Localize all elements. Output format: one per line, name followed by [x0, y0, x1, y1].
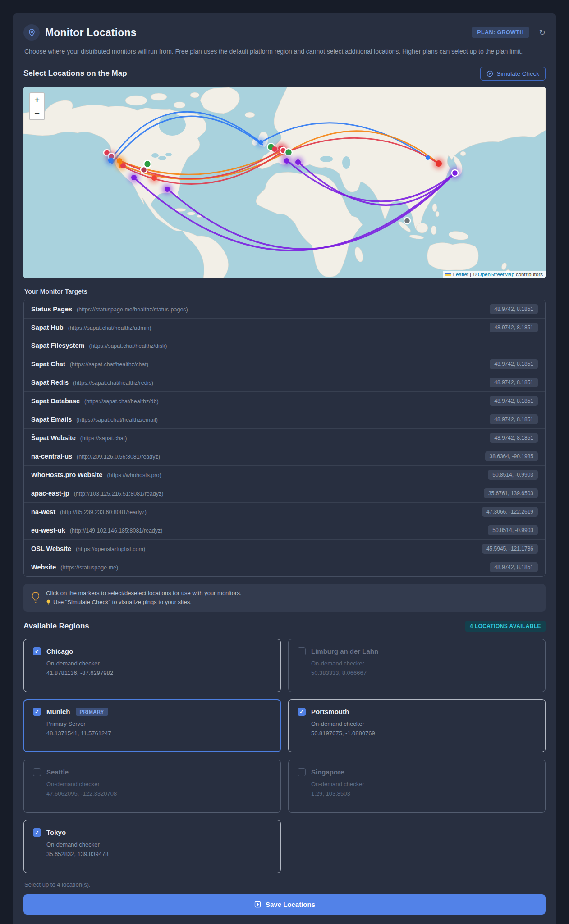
target-url: (https://sapat.chat/healthz/chat): [70, 361, 148, 368]
target-info: na-west(http://85.239.233.60:8081/readyz…: [31, 508, 147, 515]
target-name: Sapat Hub: [31, 324, 64, 331]
map-marker[interactable]: [284, 158, 289, 164]
region-coords: 41.8781136, -87.6297982: [46, 669, 271, 676]
region-card-seattle[interactable]: SeattleOn-demand checker47.6062095, -122…: [23, 760, 281, 813]
region-checkbox[interactable]: ✓: [298, 708, 306, 716]
target-url: (https://sapat.chat/healthz/disk): [89, 343, 167, 349]
region-checkbox[interactable]: ✓: [33, 647, 41, 655]
region-card-tokyo[interactable]: ✓TokyoOn-demand checker35.652832, 139.83…: [23, 820, 281, 873]
target-coords-badge: 35.6761, 139.6503: [484, 488, 538, 498]
map-attribution: Leaflet | © OpenStreetMap contributors: [443, 271, 546, 278]
target-name: apac-east-jp: [31, 490, 69, 497]
region-card-chicago[interactable]: ✓ChicagoOn-demand checker41.8781136, -87…: [23, 639, 281, 692]
region-name: Seattle: [46, 768, 69, 776]
zoom-in-button[interactable]: +: [30, 93, 44, 106]
region-card-munich[interactable]: ✓MunichPRIMARYPrimary Server48.1371541, …: [23, 699, 281, 752]
map-marker[interactable]: [426, 155, 430, 160]
map-zoom-control: + −: [29, 92, 45, 120]
target-info: Sapat Hub(https://sapat.chat/healthz/adm…: [31, 324, 151, 331]
target-name: Sapat Filesystem: [31, 342, 84, 349]
target-name: Šapat Website: [31, 434, 76, 442]
target-name: Sapat Emails: [31, 416, 72, 423]
target-info: apac-east-jp(http://103.125.216.51:8081/…: [31, 490, 163, 497]
region-card-header: ✓Tokyo: [33, 828, 271, 837]
region-checkbox[interactable]: [298, 647, 306, 655]
monitor-target-row: Sapat Hub(https://sapat.chat/healthz/adm…: [24, 319, 545, 337]
target-info: Sapat Filesystem(https://sapat.chat/heal…: [31, 342, 167, 349]
region-checkbox[interactable]: ✓: [33, 828, 41, 837]
target-name: WhoHosts.pro Website: [31, 471, 102, 478]
monitor-locations-panel: Monitor Locations PLAN: GROWTH ↻ Choose …: [13, 13, 556, 924]
region-coords: 1.29, 103.8503: [311, 790, 536, 797]
target-coords-badge: 48.9742, 8.1851: [490, 359, 538, 369]
region-card-header: Singapore: [298, 768, 536, 776]
target-info: Sapat Redis(https://sapat.chat/healthz/r…: [31, 379, 153, 386]
monitor-target-row: Sapat Database(https://sapat.chat/health…: [24, 392, 545, 410]
monitor-target-row: na-west(http://85.239.233.60:8081/readyz…: [24, 503, 545, 521]
bulb-emoji-icon: [46, 599, 51, 605]
target-info: na-central-us(http://209.126.0.56:8081/r…: [31, 453, 160, 460]
targets-heading: Your Monitor Targets: [24, 288, 545, 295]
lightbulb-icon: [31, 592, 41, 604]
region-subtitle: On-demand checker: [311, 781, 536, 787]
refresh-icon[interactable]: ↻: [539, 28, 546, 37]
openstreetmap-link[interactable]: OpenStreetMap: [478, 272, 514, 277]
map-marker[interactable]: [452, 170, 458, 176]
target-url: (https://sapat.chat/healthz/email): [76, 417, 158, 423]
map-marker[interactable]: [120, 163, 126, 168]
monitor-target-row: Sapat Filesystem(https://sapat.chat/heal…: [24, 337, 545, 355]
target-url: (https://sapat.chat/healthz/db): [84, 398, 159, 405]
map-marker[interactable]: [258, 140, 263, 145]
region-card-limburg-an-der-lahn[interactable]: Limburg an der LahnOn-demand checker50.3…: [288, 639, 546, 692]
monitor-target-row: OSL Website(https://openstartuplist.com)…: [24, 540, 545, 558]
target-coords-badge: 48.9742, 8.1851: [490, 433, 538, 443]
region-checkbox[interactable]: ✓: [33, 708, 41, 716]
leaflet-link[interactable]: Leaflet: [453, 272, 469, 277]
region-card-singapore[interactable]: SingaporeOn-demand checker1.29, 103.8503: [288, 760, 546, 813]
region-checkbox[interactable]: [33, 768, 41, 776]
region-name: Munich: [46, 708, 70, 715]
save-icon: [254, 901, 262, 908]
map-marker[interactable]: [165, 187, 170, 192]
target-url: (http://209.126.0.56:8081/readyz): [77, 454, 160, 460]
world-map[interactable]: + − Leaflet | © OpenStreetMap contributo…: [23, 87, 546, 278]
map-marker[interactable]: [131, 175, 137, 180]
zoom-out-button[interactable]: −: [30, 106, 44, 119]
target-info: WhoHosts.pro Website(https://whohosts.pr…: [31, 471, 161, 478]
map-marker[interactable]: [285, 149, 292, 156]
location-pin-icon: [23, 24, 40, 41]
map-marker[interactable]: [404, 218, 410, 224]
monitor-target-row: na-central-us(http://209.126.0.56:8081/r…: [24, 447, 545, 466]
simulate-check-button[interactable]: Simulate Check: [480, 67, 546, 81]
target-info: eu-west-uk(http://149.102.146.185:8081/r…: [31, 527, 162, 534]
map-marker[interactable]: [141, 167, 147, 173]
save-locations-button[interactable]: Save Locations: [23, 894, 546, 915]
plan-badge: PLAN: GROWTH: [472, 27, 529, 38]
region-coords: 48.1371541, 11.5761247: [46, 730, 271, 737]
monitor-target-row: Sapat Emails(https://sapat.chat/healthz/…: [24, 410, 545, 429]
map-marker[interactable]: [436, 160, 442, 167]
target-coords-badge: 48.9742, 8.1851: [490, 378, 538, 387]
page-description: Choose where your distributed monitors w…: [24, 47, 545, 57]
region-coords: 50.8197675, -1.0880769: [311, 730, 536, 737]
map-marker[interactable]: [295, 159, 301, 165]
tip-text: Click on the markers to select/deselect …: [46, 589, 242, 607]
target-info: OSL Website(https://openstartuplist.com): [31, 545, 145, 552]
region-card-portsmouth[interactable]: ✓PortsmouthOn-demand checker50.8197675, …: [288, 699, 546, 752]
map-marker[interactable]: [151, 175, 157, 181]
target-url: (http://149.102.146.185:8081/readyz): [70, 528, 163, 534]
monitor-target-row: eu-west-uk(http://149.102.146.185:8081/r…: [24, 521, 545, 540]
region-checkbox[interactable]: [298, 768, 306, 776]
map-marker[interactable]: [108, 158, 114, 163]
regions-header: Available Regions 4 LOCATIONS AVAILABLE: [23, 621, 546, 632]
target-coords-badge: 50.8514, -0.9903: [488, 470, 538, 480]
regions-title: Available Regions: [23, 622, 89, 631]
region-card-header: Limburg an der Lahn: [298, 647, 536, 655]
target-info: Sapat Chat(https://sapat.chat/healthz/ch…: [31, 360, 148, 368]
target-name: Website: [31, 564, 56, 571]
region-coords: 50.383333, 8.066667: [311, 669, 536, 676]
tip-line2: Use "Simulate Check" to visualize pings …: [46, 598, 242, 607]
target-coords-badge: 45.5945, -121.1786: [482, 544, 538, 554]
monitor-target-row: Šapat Website(https://sapat.chat)48.9742…: [24, 429, 545, 447]
target-url: (https://statuspage.me/healthz/status-pa…: [77, 306, 188, 313]
